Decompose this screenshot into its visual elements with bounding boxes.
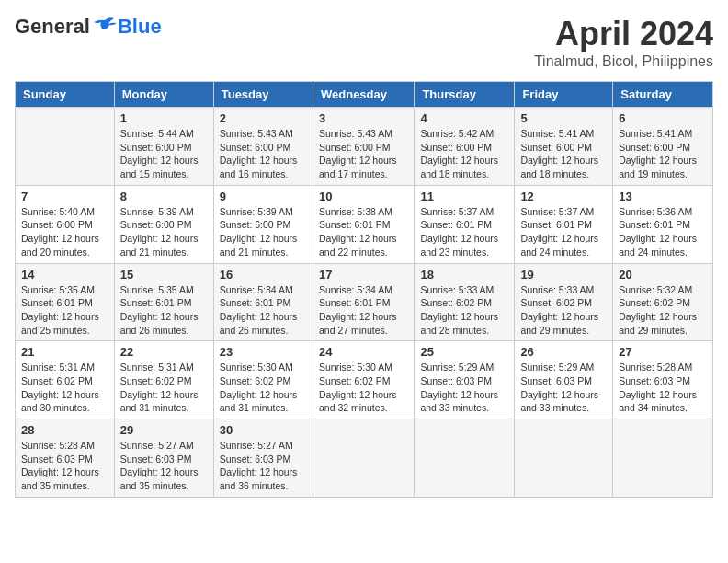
cal-cell-w3-d2: 23Sunrise: 5:30 AM Sunset: 6:02 PM Dayli… <box>213 341 313 419</box>
day-number: 25 <box>420 345 508 359</box>
cal-cell-w1-d2: 9Sunrise: 5:39 AM Sunset: 6:00 PM Daylig… <box>213 185 313 263</box>
col-header-sunday: Sunday <box>16 82 115 108</box>
day-number: 24 <box>319 345 408 359</box>
calendar-subtitle: Tinalmud, Bicol, Philippines <box>534 53 713 70</box>
day-number: 14 <box>21 268 108 282</box>
day-info: Sunrise: 5:41 AM Sunset: 6:00 PM Dayligh… <box>619 127 707 181</box>
cal-cell-w3-d1: 22Sunrise: 5:31 AM Sunset: 6:02 PM Dayli… <box>114 341 213 419</box>
day-number: 5 <box>520 111 607 125</box>
logo-blue-text: Blue <box>118 15 162 39</box>
cal-cell-w0-d5: 5Sunrise: 5:41 AM Sunset: 6:00 PM Daylig… <box>515 108 613 186</box>
col-header-saturday: Saturday <box>613 82 713 108</box>
cal-cell-w3-d4: 25Sunrise: 5:29 AM Sunset: 6:03 PM Dayli… <box>415 341 515 419</box>
cal-cell-w2-d6: 20Sunrise: 5:32 AM Sunset: 6:02 PM Dayli… <box>613 263 713 341</box>
day-info: Sunrise: 5:41 AM Sunset: 6:00 PM Dayligh… <box>520 127 607 181</box>
day-number: 28 <box>21 423 108 437</box>
cal-cell-w3-d0: 21Sunrise: 5:31 AM Sunset: 6:02 PM Dayli… <box>16 341 115 419</box>
cal-cell-w4-d5 <box>515 419 613 498</box>
cal-cell-w1-d3: 10Sunrise: 5:38 AM Sunset: 6:01 PM Dayli… <box>313 185 414 263</box>
cal-cell-w0-d0 <box>16 108 115 186</box>
day-number: 10 <box>319 190 408 203</box>
day-info: Sunrise: 5:35 AM Sunset: 6:01 PM Dayligh… <box>21 283 108 338</box>
cal-cell-w1-d4: 11Sunrise: 5:37 AM Sunset: 6:01 PM Dayli… <box>415 185 515 263</box>
cal-cell-w4-d4 <box>415 419 515 498</box>
day-info: Sunrise: 5:29 AM Sunset: 6:03 PM Dayligh… <box>520 361 607 415</box>
cal-cell-w0-d3: 3Sunrise: 5:43 AM Sunset: 6:00 PM Daylig… <box>313 108 414 186</box>
title-block: April 2024 Tinalmud, Bicol, Philippines <box>534 15 713 70</box>
col-header-tuesday: Tuesday <box>213 82 313 108</box>
day-info: Sunrise: 5:43 AM Sunset: 6:00 PM Dayligh… <box>319 127 408 181</box>
day-info: Sunrise: 5:34 AM Sunset: 6:01 PM Dayligh… <box>220 283 307 338</box>
day-number: 27 <box>619 345 707 359</box>
day-info: Sunrise: 5:36 AM Sunset: 6:01 PM Dayligh… <box>619 205 707 259</box>
day-info: Sunrise: 5:37 AM Sunset: 6:01 PM Dayligh… <box>420 205 508 259</box>
day-number: 16 <box>220 268 307 282</box>
day-info: Sunrise: 5:30 AM Sunset: 6:02 PM Dayligh… <box>319 361 408 415</box>
cal-cell-w1-d1: 8Sunrise: 5:39 AM Sunset: 6:00 PM Daylig… <box>114 185 213 263</box>
col-header-thursday: Thursday <box>415 82 515 108</box>
day-info: Sunrise: 5:28 AM Sunset: 6:03 PM Dayligh… <box>619 361 707 415</box>
day-number: 2 <box>220 111 307 125</box>
cal-cell-w2-d4: 18Sunrise: 5:33 AM Sunset: 6:02 PM Dayli… <box>415 263 515 341</box>
cal-cell-w0-d6: 6Sunrise: 5:41 AM Sunset: 6:00 PM Daylig… <box>613 108 713 186</box>
day-info: Sunrise: 5:33 AM Sunset: 6:02 PM Dayligh… <box>520 283 607 338</box>
col-header-friday: Friday <box>515 82 613 108</box>
day-info: Sunrise: 5:27 AM Sunset: 6:03 PM Dayligh… <box>120 439 208 493</box>
day-number: 18 <box>420 268 508 282</box>
day-info: Sunrise: 5:28 AM Sunset: 6:03 PM Dayligh… <box>21 439 108 493</box>
day-number: 19 <box>520 268 607 282</box>
day-number: 1 <box>120 111 208 125</box>
day-info: Sunrise: 5:35 AM Sunset: 6:01 PM Dayligh… <box>120 283 208 338</box>
day-info: Sunrise: 5:32 AM Sunset: 6:02 PM Dayligh… <box>619 283 707 338</box>
col-header-monday: Monday <box>114 82 213 108</box>
day-number: 17 <box>319 268 408 282</box>
day-number: 7 <box>21 190 108 203</box>
cal-cell-w3-d5: 26Sunrise: 5:29 AM Sunset: 6:03 PM Dayli… <box>515 341 613 419</box>
cal-cell-w3-d3: 24Sunrise: 5:30 AM Sunset: 6:02 PM Dayli… <box>313 341 414 419</box>
cal-cell-w0-d4: 4Sunrise: 5:42 AM Sunset: 6:00 PM Daylig… <box>415 108 515 186</box>
cal-cell-w4-d6 <box>613 419 713 498</box>
cal-cell-w4-d2: 30Sunrise: 5:27 AM Sunset: 6:03 PM Dayli… <box>213 419 313 498</box>
cal-cell-w3-d6: 27Sunrise: 5:28 AM Sunset: 6:03 PM Dayli… <box>613 341 713 419</box>
day-number: 20 <box>619 268 707 282</box>
day-number: 29 <box>120 423 208 437</box>
page-header: General Blue April 2024 Tinalmud, Bicol,… <box>15 15 713 70</box>
day-number: 26 <box>520 345 607 359</box>
day-info: Sunrise: 5:42 AM Sunset: 6:00 PM Dayligh… <box>420 127 508 181</box>
day-info: Sunrise: 5:31 AM Sunset: 6:02 PM Dayligh… <box>120 361 208 415</box>
day-info: Sunrise: 5:37 AM Sunset: 6:01 PM Dayligh… <box>520 205 607 259</box>
day-info: Sunrise: 5:33 AM Sunset: 6:02 PM Dayligh… <box>420 283 508 338</box>
logo: General Blue <box>15 15 162 39</box>
day-number: 3 <box>319 111 408 125</box>
day-info: Sunrise: 5:44 AM Sunset: 6:00 PM Dayligh… <box>120 127 208 181</box>
day-number: 13 <box>619 190 707 203</box>
cal-cell-w1-d5: 12Sunrise: 5:37 AM Sunset: 6:01 PM Dayli… <box>515 185 613 263</box>
calendar-table: SundayMondayTuesdayWednesdayThursdayFrid… <box>15 81 713 498</box>
day-number: 30 <box>220 423 307 437</box>
day-number: 22 <box>120 345 208 359</box>
day-info: Sunrise: 5:43 AM Sunset: 6:00 PM Dayligh… <box>220 127 307 181</box>
cal-cell-w2-d2: 16Sunrise: 5:34 AM Sunset: 6:01 PM Dayli… <box>213 263 313 341</box>
day-info: Sunrise: 5:29 AM Sunset: 6:03 PM Dayligh… <box>420 361 508 415</box>
cal-cell-w2-d3: 17Sunrise: 5:34 AM Sunset: 6:01 PM Dayli… <box>313 263 414 341</box>
day-info: Sunrise: 5:39 AM Sunset: 6:00 PM Dayligh… <box>120 205 208 259</box>
day-number: 4 <box>420 111 508 125</box>
cal-cell-w1-d0: 7Sunrise: 5:40 AM Sunset: 6:00 PM Daylig… <box>16 185 115 263</box>
day-number: 11 <box>420 190 508 203</box>
day-info: Sunrise: 5:39 AM Sunset: 6:00 PM Dayligh… <box>220 205 307 259</box>
day-number: 9 <box>220 190 307 203</box>
day-number: 12 <box>520 190 607 203</box>
day-number: 21 <box>21 345 108 359</box>
cal-cell-w0-d1: 1Sunrise: 5:44 AM Sunset: 6:00 PM Daylig… <box>114 108 213 186</box>
logo-bird-icon <box>92 17 118 37</box>
logo-general-text: General <box>15 15 90 39</box>
day-number: 6 <box>619 111 707 125</box>
calendar-title: April 2024 <box>534 15 713 53</box>
cal-cell-w2-d0: 14Sunrise: 5:35 AM Sunset: 6:01 PM Dayli… <box>16 263 115 341</box>
cal-cell-w2-d1: 15Sunrise: 5:35 AM Sunset: 6:01 PM Dayli… <box>114 263 213 341</box>
day-info: Sunrise: 5:40 AM Sunset: 6:00 PM Dayligh… <box>21 205 108 259</box>
cal-cell-w4-d1: 29Sunrise: 5:27 AM Sunset: 6:03 PM Dayli… <box>114 419 213 498</box>
cal-cell-w0-d2: 2Sunrise: 5:43 AM Sunset: 6:00 PM Daylig… <box>213 108 313 186</box>
cal-cell-w4-d3 <box>313 419 414 498</box>
day-info: Sunrise: 5:27 AM Sunset: 6:03 PM Dayligh… <box>220 439 307 493</box>
